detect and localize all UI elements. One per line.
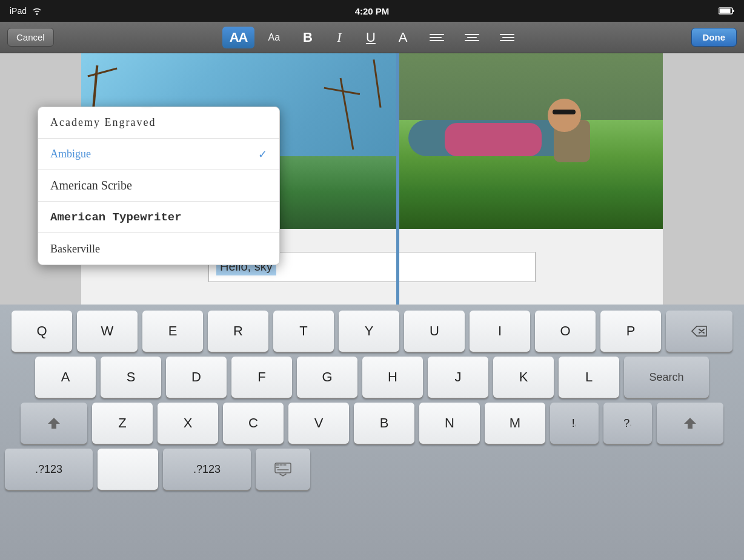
key-x[interactable]: X xyxy=(158,403,218,444)
key-question[interactable]: ?. xyxy=(603,403,652,444)
toolbar: Cancel AA Aa B I U A xyxy=(0,22,744,53)
tree-branch xyxy=(340,78,354,150)
key-m[interactable]: M xyxy=(485,403,545,444)
keyboard-dismiss-key[interactable] xyxy=(256,449,310,490)
key-h[interactable]: H xyxy=(362,357,423,398)
font-size-small-button[interactable]: Aa xyxy=(258,28,290,47)
search-key[interactable]: Search xyxy=(624,357,709,398)
number-key-left[interactable]: .?123 xyxy=(5,449,93,490)
key-s[interactable]: S xyxy=(101,357,161,398)
space-key[interactable] xyxy=(98,449,158,490)
font-name-scribe: American Scribe xyxy=(50,179,132,193)
key-z[interactable]: Z xyxy=(92,403,153,444)
key-q[interactable]: Q xyxy=(12,311,72,352)
key-n[interactable]: N xyxy=(419,403,480,444)
battery-icon xyxy=(719,7,734,15)
ipad-label: iPad xyxy=(10,6,27,16)
key-e[interactable]: E xyxy=(142,311,203,352)
font-name-typewriter: American Typewriter xyxy=(50,211,182,224)
key-u[interactable]: U xyxy=(404,311,465,352)
font-item-typewriter[interactable]: American Typewriter xyxy=(38,202,279,233)
font-dropdown: Academy Engraved Ambigue ✓ American Scri… xyxy=(38,107,280,265)
keyboard: Q W E R T Y U I O P A S D F G H J K L Se… xyxy=(0,305,744,560)
key-b[interactable]: B xyxy=(354,403,414,444)
align-center-button[interactable] xyxy=(456,25,488,50)
key-i[interactable]: I xyxy=(470,311,530,352)
key-j[interactable]: J xyxy=(428,357,488,398)
font-name-baskerville: Baskerville xyxy=(50,243,100,255)
font-name-ambigue: Ambigue xyxy=(50,148,91,160)
wifi-icon xyxy=(32,7,42,15)
content-area: Hello, sky Academy Engraved Ambigue ✓ Am… xyxy=(0,53,744,305)
status-bar: iPad 4:20 PM xyxy=(0,0,744,22)
key-l[interactable]: L xyxy=(559,357,619,398)
cancel-button[interactable]: Cancel xyxy=(7,28,54,47)
key-w[interactable]: W xyxy=(77,311,138,352)
blue-divider-vertical xyxy=(396,53,399,229)
italic-button[interactable]: I xyxy=(326,26,353,49)
underline-button[interactable]: U xyxy=(356,26,385,49)
backspace-key[interactable] xyxy=(666,311,732,352)
key-c[interactable]: C xyxy=(223,403,284,444)
align-right-button[interactable] xyxy=(491,25,523,50)
clock: 4:20 PM xyxy=(355,6,390,16)
checkmark-icon: ✓ xyxy=(258,148,267,161)
key-p[interactable]: P xyxy=(600,311,661,352)
svg-rect-2 xyxy=(720,9,731,13)
keyboard-row-1: Q W E R T Y U I O P xyxy=(4,311,740,352)
font-item-baskerville[interactable]: Baskerville xyxy=(38,233,279,265)
bold-button[interactable]: B xyxy=(293,26,322,49)
key-v[interactable]: V xyxy=(288,403,349,444)
key-k[interactable]: K xyxy=(493,357,554,398)
shift-icon-right xyxy=(683,417,697,430)
key-o[interactable]: O xyxy=(535,311,596,352)
key-r[interactable]: R xyxy=(208,311,268,352)
keyboard-dismiss-icon xyxy=(274,462,292,476)
key-g[interactable]: G xyxy=(297,357,357,398)
keyboard-row-3: Z X C V B N M !, ?. xyxy=(4,403,740,444)
person-figure xyxy=(408,90,651,168)
photo-right xyxy=(396,53,663,229)
keyboard-row-4: .?123 .?123 xyxy=(4,449,740,490)
key-a[interactable]: A xyxy=(35,357,96,398)
person-head xyxy=(548,99,581,132)
font-item-scribe[interactable]: American Scribe xyxy=(38,170,279,202)
keyboard-row-2: A S D F G H J K L Search xyxy=(4,357,740,398)
font-name-academy: Academy Engraved xyxy=(50,116,156,129)
text-color-button[interactable]: A xyxy=(389,26,417,49)
key-d[interactable]: D xyxy=(166,357,227,398)
shift-right-key[interactable] xyxy=(657,403,723,444)
key-f[interactable]: F xyxy=(231,357,292,398)
done-button[interactable]: Done xyxy=(691,28,737,47)
font-item-ambigue[interactable]: Ambigue ✓ xyxy=(38,139,279,170)
backspace-icon xyxy=(691,325,708,337)
shift-left-key[interactable] xyxy=(21,403,87,444)
svg-rect-1 xyxy=(732,10,734,12)
font-item-academy[interactable]: Academy Engraved xyxy=(38,107,279,139)
person-jacket xyxy=(445,123,542,156)
key-y[interactable]: Y xyxy=(339,311,399,352)
number-key-right[interactable]: .?123 xyxy=(163,449,251,490)
font-size-large-button[interactable]: AA xyxy=(222,27,255,48)
shift-icon-left xyxy=(47,417,61,430)
blue-divider-bottom xyxy=(396,229,399,305)
key-exclaim[interactable]: !, xyxy=(550,403,599,444)
align-left-button[interactable] xyxy=(421,25,453,50)
key-t[interactable]: T xyxy=(273,311,334,352)
